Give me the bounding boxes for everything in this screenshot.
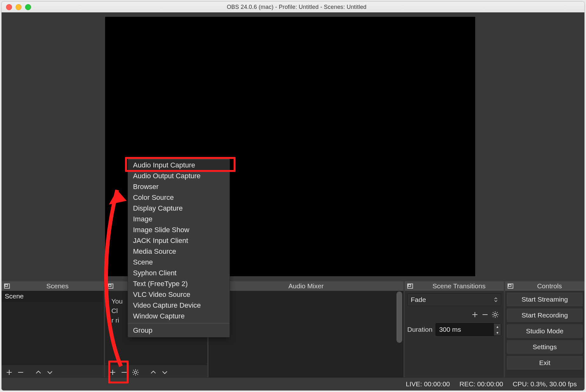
start-recording-button[interactable]: Start Recording <box>506 308 583 323</box>
menu-item-audio-output-capture[interactable]: Audio Output Capture <box>128 171 230 181</box>
popout-icon[interactable] <box>506 283 515 290</box>
panel-transitions: Scene Transitions Fade <box>405 281 504 380</box>
exit-button[interactable]: Exit <box>506 356 583 370</box>
panel-transitions-header: Scene Transitions <box>405 281 504 291</box>
minimize-icon[interactable] <box>16 4 22 10</box>
remove-scene-button[interactable] <box>15 367 26 378</box>
menu-item-text-freetype2[interactable]: Text (FreeType 2) <box>128 278 230 289</box>
menu-item-window-capture[interactable]: Window Capture <box>128 311 230 322</box>
menu-item-label: VLC Video Source <box>133 291 190 298</box>
stepper-buttons[interactable]: ▴ ▾ <box>494 323 501 336</box>
menu-item-audio-input-capture[interactable]: Audio Input Capture <box>128 160 230 171</box>
button-label: Start Streaming <box>522 296 568 303</box>
menu-item-image-slide-show[interactable]: Image Slide Show <box>128 225 230 235</box>
remove-transition-button[interactable] <box>482 311 489 318</box>
panel-scenes: Scenes Scene <box>2 281 104 380</box>
add-source-button[interactable] <box>107 367 118 378</box>
menu-item-label: Window Capture <box>133 312 185 320</box>
chevron-up-icon[interactable]: ▴ <box>494 323 501 330</box>
hint-line: r ri <box>111 317 119 324</box>
move-up-button[interactable] <box>148 367 159 378</box>
menu-item-image[interactable]: Image <box>128 214 230 225</box>
list-item[interactable]: Scene <box>2 291 104 302</box>
duration-input[interactable]: 300 ms ▴ ▾ <box>436 323 501 336</box>
mixer-body <box>209 291 403 380</box>
menu-item-scene[interactable]: Scene <box>128 257 230 268</box>
menu-item-media-source[interactable]: Media Source <box>128 246 230 257</box>
menu-item-group[interactable]: Group <box>128 325 230 336</box>
move-up-button[interactable] <box>33 367 44 378</box>
controls-body: Start Streaming Start Recording Studio M… <box>505 291 584 371</box>
panel-title: Audio Mixer <box>209 282 403 290</box>
scenes-list[interactable]: Scene <box>2 291 104 365</box>
svg-point-7 <box>494 313 496 316</box>
panel-controls: Controls Start Streaming Start Recording… <box>505 281 584 380</box>
menu-item-label: Media Source <box>133 247 176 255</box>
panel-scenes-header: Scenes <box>2 281 104 291</box>
button-label: Studio Mode <box>526 327 563 335</box>
menu-item-display-capture[interactable]: Display Capture <box>128 203 230 214</box>
app-body: Scenes Scene <box>2 12 584 390</box>
svg-rect-9 <box>509 284 511 286</box>
svg-rect-6 <box>408 284 411 286</box>
transition-select[interactable]: Fade <box>407 293 501 306</box>
scene-label: Scene <box>5 292 24 300</box>
move-down-button[interactable] <box>44 367 56 378</box>
menu-item-label: Image <box>133 215 152 223</box>
popout-icon[interactable] <box>406 283 414 290</box>
dock-row: Scenes Scene <box>2 281 584 380</box>
close-icon[interactable] <box>6 4 12 10</box>
menu-separator <box>128 323 230 323</box>
chevron-down-icon[interactable]: ▾ <box>494 330 501 336</box>
menu-item-video-capture-device[interactable]: Video Capture Device <box>128 300 230 311</box>
source-properties-button[interactable] <box>130 367 141 378</box>
move-down-button[interactable] <box>159 367 170 378</box>
menu-item-label: Video Capture Device <box>133 301 201 309</box>
separator <box>141 367 148 378</box>
menu-item-label: Audio Input Capture <box>133 161 195 169</box>
add-source-menu[interactable]: Audio Input Capture Audio Output Capture… <box>128 158 230 337</box>
studio-mode-button[interactable]: Studio Mode <box>506 324 583 338</box>
add-transition-button[interactable] <box>471 311 478 318</box>
menu-item-label: Color Source <box>133 193 174 201</box>
transition-settings-button[interactable] <box>492 311 499 318</box>
button-label: Start Recording <box>522 311 568 319</box>
transition-selected: Fade <box>411 296 426 304</box>
maximize-icon[interactable] <box>25 4 31 10</box>
titlebar: OBS 24.0.6 (mac) - Profile: Untitled - S… <box>2 2 584 13</box>
menu-item-browser[interactable]: Browser <box>128 181 230 192</box>
duration-value: 300 ms <box>439 326 461 333</box>
add-scene-button[interactable] <box>3 367 15 378</box>
panel-title: Scene Transitions <box>414 282 504 290</box>
menu-item-jack-input-client[interactable]: JACK Input Client <box>128 235 230 246</box>
popout-icon[interactable] <box>106 283 115 290</box>
settings-button[interactable]: Settings <box>506 340 583 354</box>
panel-controls-header: Controls <box>505 281 584 291</box>
menu-item-syphon-client[interactable]: Syphon Client <box>128 268 230 278</box>
start-streaming-button[interactable]: Start Streaming <box>506 292 583 307</box>
panel-mixer-header: Audio Mixer <box>209 281 403 291</box>
menu-item-label: Scene <box>133 258 153 266</box>
button-label: Settings <box>533 343 557 351</box>
menu-item-color-source[interactable]: Color Source <box>128 192 230 203</box>
panel-mixer: Audio Mixer <box>209 281 403 380</box>
window-controls <box>6 4 31 10</box>
menu-item-label: Image Slide Show <box>133 226 189 234</box>
hint-line: Cl <box>111 307 118 314</box>
app-window: OBS 24.0.6 (mac) - Profile: Untitled - S… <box>1 1 585 391</box>
transition-tools <box>407 309 501 321</box>
menu-item-label: Text (FreeType 2) <box>133 280 188 288</box>
hint-line: You <box>111 297 123 305</box>
menu-item-label: Audio Output Capture <box>133 172 201 180</box>
status-live: LIVE: 00:00:00 <box>406 380 450 388</box>
menu-item-label: Group <box>133 326 152 334</box>
duration-row: Duration 300 ms ▴ ▾ <box>407 323 501 336</box>
preview-area <box>5 17 581 276</box>
popout-icon[interactable] <box>3 283 11 290</box>
scrollbar[interactable] <box>396 291 402 343</box>
menu-item-vlc-video-source[interactable]: VLC Video Source <box>128 289 230 300</box>
status-rec: REC: 00:00:00 <box>459 380 503 388</box>
transitions-body: Fade Duration 300 ms <box>405 291 504 336</box>
menu-item-label: JACK Input Client <box>133 237 188 245</box>
remove-source-button[interactable] <box>118 367 130 378</box>
